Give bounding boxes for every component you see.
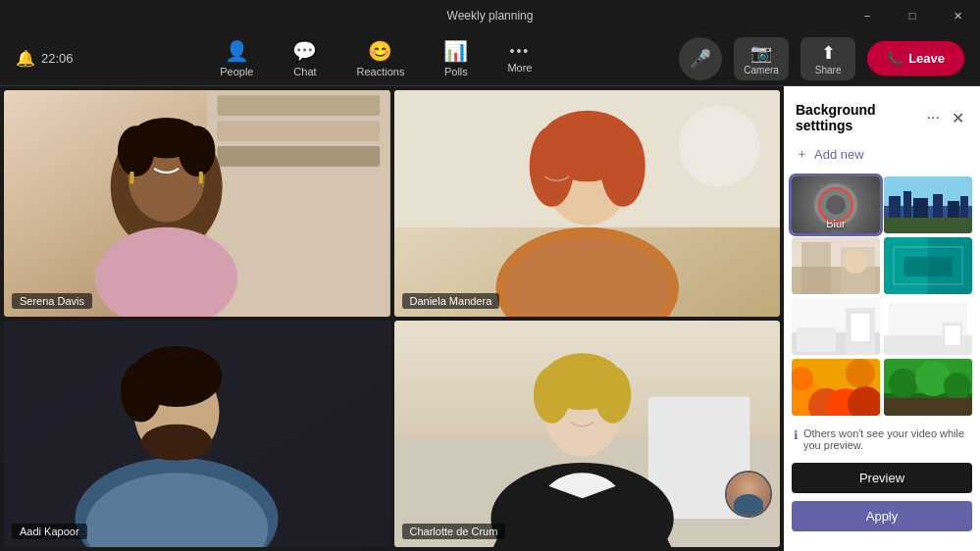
toolbar: 🔔 22:06 👤 People 💬 Chat 😊 Reactions 📊 Po… bbox=[0, 31, 980, 86]
svg-point-85 bbox=[944, 373, 971, 400]
colorful-svg bbox=[792, 359, 880, 416]
office-svg bbox=[792, 237, 880, 294]
toolbar-reactions[interactable]: 😊 Reactions bbox=[346, 33, 414, 83]
toolbar-more[interactable]: ••• More bbox=[497, 37, 542, 79]
people-icon: 👤 bbox=[225, 39, 249, 63]
svg-rect-14 bbox=[199, 172, 203, 183]
share-label: Share bbox=[815, 65, 842, 75]
svg-point-44 bbox=[826, 195, 846, 215]
chat-label: Chat bbox=[293, 66, 316, 77]
svg-rect-5 bbox=[217, 146, 380, 167]
bg-thumb-bright[interactable] bbox=[884, 298, 972, 355]
svg-point-83 bbox=[889, 369, 918, 398]
video-grid: Serena Davis bbox=[0, 86, 784, 551]
video-cell-charlotte: Charlotte de Crum bbox=[394, 321, 781, 547]
status-icon: 🔔 bbox=[16, 49, 35, 68]
leave-label: Leave bbox=[908, 51, 945, 66]
add-icon: ＋ bbox=[796, 145, 808, 163]
info-icon: ℹ bbox=[794, 428, 799, 442]
avatar-body bbox=[734, 494, 764, 516]
svg-point-40 bbox=[593, 367, 630, 424]
svg-rect-4 bbox=[217, 121, 380, 141]
bg-thumb-office[interactable] bbox=[792, 237, 880, 294]
svg-rect-13 bbox=[129, 172, 133, 183]
panel-header-actions: ··· ✕ bbox=[923, 105, 968, 131]
mic-button[interactable]: 🎤 bbox=[679, 37, 722, 80]
toolbar-people[interactable]: 👤 People bbox=[210, 33, 263, 83]
svg-rect-53 bbox=[884, 218, 972, 233]
svg-point-22 bbox=[529, 125, 574, 207]
svg-point-31 bbox=[141, 425, 212, 461]
city-svg bbox=[884, 176, 972, 233]
polls-label: Polls bbox=[444, 66, 468, 77]
svg-rect-62 bbox=[903, 257, 953, 276]
toolbar-center: 👤 People 💬 Chat 😊 Reactions 📊 Polls ••• … bbox=[74, 33, 680, 83]
info-text-content: Others won't see your video while you pr… bbox=[803, 427, 970, 451]
share-button[interactable]: ⬆ Share bbox=[800, 37, 855, 80]
more-options-button[interactable]: ··· bbox=[923, 105, 944, 130]
svg-point-10 bbox=[118, 125, 154, 176]
toolbar-chat[interactable]: 💬 Chat bbox=[283, 33, 327, 83]
bright-preview bbox=[884, 298, 972, 355]
panel-title: Background setttings bbox=[796, 102, 923, 133]
svg-point-11 bbox=[179, 125, 215, 176]
bg-thumb-nature[interactable] bbox=[884, 359, 972, 416]
bg-thumb-blur[interactable]: Blur bbox=[792, 176, 880, 233]
apply-button[interactable]: Apply bbox=[792, 501, 972, 531]
charlotte-video bbox=[394, 321, 781, 547]
phone-icon: 📞 bbox=[887, 51, 903, 66]
toolbar-polls[interactable]: 📊 Polls bbox=[434, 33, 478, 83]
svg-rect-66 bbox=[851, 313, 870, 342]
meeting-time: 22:06 bbox=[41, 51, 74, 66]
svg-rect-56 bbox=[801, 242, 831, 294]
colorful-preview bbox=[792, 359, 880, 416]
add-new-button[interactable]: ＋ Add new bbox=[784, 141, 980, 173]
video-cell-aadi: Aadi Kapoor bbox=[4, 321, 390, 547]
reactions-label: Reactions bbox=[356, 66, 404, 77]
close-button[interactable]: ✕ bbox=[935, 0, 980, 31]
svg-point-79 bbox=[846, 359, 875, 388]
main-area: Serena Davis bbox=[0, 86, 980, 551]
window-title: Weekly planning bbox=[447, 9, 534, 23]
svg-rect-72 bbox=[945, 326, 960, 345]
window-controls: − □ ✕ bbox=[845, 0, 980, 31]
camera-icon: 📷 bbox=[750, 42, 772, 64]
white-svg bbox=[792, 298, 880, 355]
blur-label: Blur bbox=[826, 218, 846, 229]
svg-point-23 bbox=[600, 125, 645, 207]
svg-rect-3 bbox=[217, 95, 380, 116]
toolbar-left: 🔔 22:06 bbox=[16, 49, 74, 68]
serena-video bbox=[4, 90, 390, 317]
bg-thumb-modern[interactable] bbox=[884, 237, 972, 294]
bg-settings-panel: Background setttings ··· ✕ ＋ Add new bbox=[784, 86, 980, 551]
info-message: ℹ Others won't see your video while you … bbox=[784, 420, 980, 457]
video-cell-daniela: Daniela Mandera bbox=[394, 90, 781, 317]
maximize-button[interactable]: □ bbox=[890, 0, 935, 31]
svg-rect-18 bbox=[678, 106, 759, 187]
camera-button[interactable]: 📷 Camera bbox=[734, 37, 789, 80]
add-new-label: Add new bbox=[814, 147, 864, 162]
more-label: More bbox=[507, 62, 532, 74]
minimize-button[interactable]: − bbox=[845, 0, 890, 31]
bg-thumb-city[interactable] bbox=[884, 176, 972, 233]
reactions-icon: 😊 bbox=[368, 39, 392, 63]
self-avatar bbox=[725, 471, 772, 518]
bg-thumb-colorful[interactable] bbox=[792, 359, 880, 416]
avatar-image bbox=[727, 473, 770, 516]
svg-rect-86 bbox=[884, 398, 972, 416]
nature-preview bbox=[884, 359, 972, 416]
aadi-video bbox=[4, 321, 390, 547]
serena-label: Serena Davis bbox=[12, 293, 92, 309]
preview-button[interactable]: Preview bbox=[792, 463, 972, 493]
titlebar: Weekly planning − □ ✕ bbox=[0, 0, 980, 31]
close-panel-button[interactable]: ✕ bbox=[948, 105, 968, 131]
camera-label: Camera bbox=[744, 65, 779, 75]
more-icon: ••• bbox=[510, 43, 531, 59]
city-preview bbox=[884, 176, 972, 233]
leave-button[interactable]: 📞 Leave bbox=[867, 41, 964, 75]
svg-rect-67 bbox=[797, 327, 836, 352]
bg-thumb-white[interactable] bbox=[792, 298, 880, 355]
svg-point-39 bbox=[533, 367, 569, 424]
background-thumbnails: Blur bbox=[784, 173, 980, 420]
charlotte-label: Charlotte de Crum bbox=[402, 524, 506, 539]
